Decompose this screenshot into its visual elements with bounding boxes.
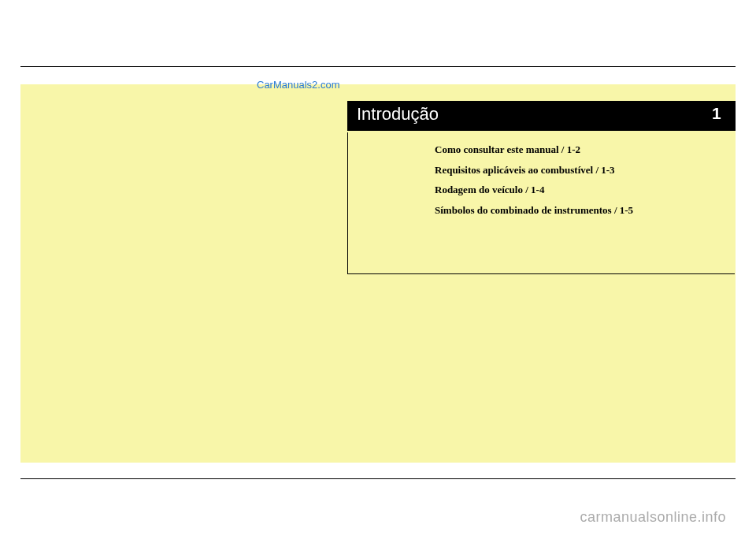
table-of-contents: Como consultar este manual / 1-2 Requisi… bbox=[347, 132, 735, 274]
top-border bbox=[20, 66, 736, 67]
toc-entry: Como consultar este manual / 1-2 bbox=[435, 142, 735, 158]
bottom-border bbox=[20, 478, 736, 479]
toc-entry: Rodagem do veículo / 1-4 bbox=[435, 182, 735, 198]
watermark-top: CarManuals2.com bbox=[257, 79, 340, 91]
chapter-title: Introdução bbox=[357, 104, 439, 125]
watermark-bottom: carmanualsonline.info bbox=[580, 509, 726, 526]
toc-entry: Requisitos aplicáveis ao combustível / 1… bbox=[435, 162, 735, 178]
chapter-number: 1 bbox=[712, 104, 721, 123]
toc-entry: Símbolos do combinado de instrumentos / … bbox=[435, 203, 735, 218]
